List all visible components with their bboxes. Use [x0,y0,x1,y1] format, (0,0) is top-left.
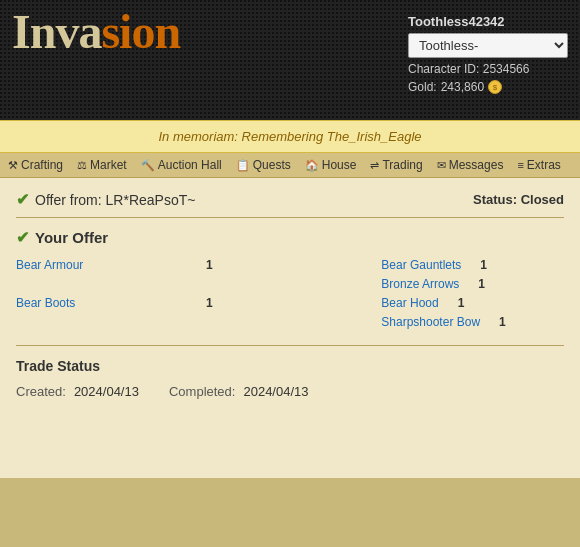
item-link-bronze-arrows[interactable]: Bronze Arrows [381,277,459,291]
nav-item-quests[interactable]: 📋 Quests [236,158,291,172]
item-link-bear-hood[interactable]: Bear Hood [381,296,438,310]
nav-item-market[interactable]: ⚖ Market [77,158,127,172]
house-icon: 🏠 [305,159,319,172]
logo-part2: sion [101,5,180,58]
logo-area: Invasion [12,8,408,56]
extras-icon: ≡ [517,159,523,171]
items-grid: Bear Armour 1 Bear Gauntlets 1 Bronze Ar… [16,257,564,329]
messages-icon: ✉ [437,159,446,172]
nav-item-house[interactable]: 🏠 House [305,158,357,172]
created-label: Created: [16,384,66,399]
item-cell-2-wrap: Bronze Arrows 1 [381,276,564,291]
item-link-bear-gauntlets[interactable]: Bear Gauntlets [381,258,461,272]
gold-info: Gold: 243,860 $ [408,80,502,94]
item-qty-5: 1 [492,315,506,329]
character-dropdown[interactable]: Toothless- [408,33,568,58]
completed-field: Completed: 2024/04/13 [169,384,309,399]
trade-status-row: Created: 2024/04/13 Completed: 2024/04/1… [16,384,564,399]
offer-check-icon: ✔ [16,190,29,209]
your-offer-section: ✔ Your Offer Bear Armour 1 Bear Gauntlet… [16,228,564,329]
item-link-bear-armour[interactable]: Bear Armour [16,258,83,272]
created-value: 2024/04/13 [74,384,139,399]
offer-header: ✔ Offer from: LR*ReaPsoT~ Status: Closed [16,190,564,218]
trade-status-section: Trade Status Created: 2024/04/13 Complet… [16,358,564,399]
trade-status-title: Trade Status [16,358,564,374]
section-divider [16,345,564,346]
market-icon: ⚖ [77,159,87,172]
item-qty-2: 1 [471,277,485,291]
item-qty-cell-3: 1 [199,295,382,310]
offer-status: Status: Closed [473,192,564,207]
nav-item-auction[interactable]: 🔨 Auction Hall [141,158,222,172]
item-qty-4: 1 [450,296,464,310]
auction-icon: 🔨 [141,159,155,172]
item-link-sharpshooter-bow[interactable]: Sharpshooter Bow [381,315,480,329]
item-link-bear-boots[interactable]: Bear Boots [16,296,75,310]
your-offer-check-icon: ✔ [16,228,29,247]
main-content: ✔ Offer from: LR*ReaPsoT~ Status: Closed… [0,178,580,478]
nav-bar: ⚒ Crafting ⚖ Market 🔨 Auction Hall 📋 Que… [0,153,580,178]
trading-icon: ⇌ [370,159,379,172]
item-qty-3: 1 [199,296,213,310]
crafting-icon: ⚒ [8,159,18,172]
your-offer-title: ✔ Your Offer [16,228,564,247]
header: Invasion Toothless42342 Toothless- Chara… [0,0,580,120]
username-label: Toothless42342 [408,14,505,29]
item-cell-0: Bear Armour [16,257,199,272]
nav-item-extras[interactable]: ≡ Extras [517,158,560,172]
offer-from: ✔ Offer from: LR*ReaPsoT~ [16,190,195,209]
memoriam-banner: In memoriam: Remembering The_Irish_Eagle [0,120,580,153]
completed-label: Completed: [169,384,235,399]
nav-item-trading[interactable]: ⇌ Trading [370,158,422,172]
item-cell-1: Bear Gauntlets 1 [381,257,564,272]
user-panel: Toothless42342 Toothless- Character ID: … [408,14,568,94]
char-id: Character ID: 2534566 [408,62,529,76]
nav-item-crafting[interactable]: ⚒ Crafting [8,158,63,172]
offer-from-label: Offer from: LR*ReaPsoT~ [35,192,195,208]
created-field: Created: 2024/04/13 [16,384,139,399]
logo: Invasion [12,8,408,56]
item-cell-4: Bear Hood 1 [381,295,564,310]
completed-value: 2024/04/13 [243,384,308,399]
item-cell-5: Sharpshooter Bow 1 [381,314,564,329]
quests-icon: 📋 [236,159,250,172]
item-qty-1: 1 [473,258,487,272]
item-qty-cell-0: 1 [199,257,382,272]
logo-part1: Inva [12,5,101,58]
nav-item-messages[interactable]: ✉ Messages [437,158,504,172]
gold-coin-icon: $ [488,80,502,94]
item-cell-3: Bear Boots [16,295,199,310]
item-qty-0: 1 [199,258,213,272]
